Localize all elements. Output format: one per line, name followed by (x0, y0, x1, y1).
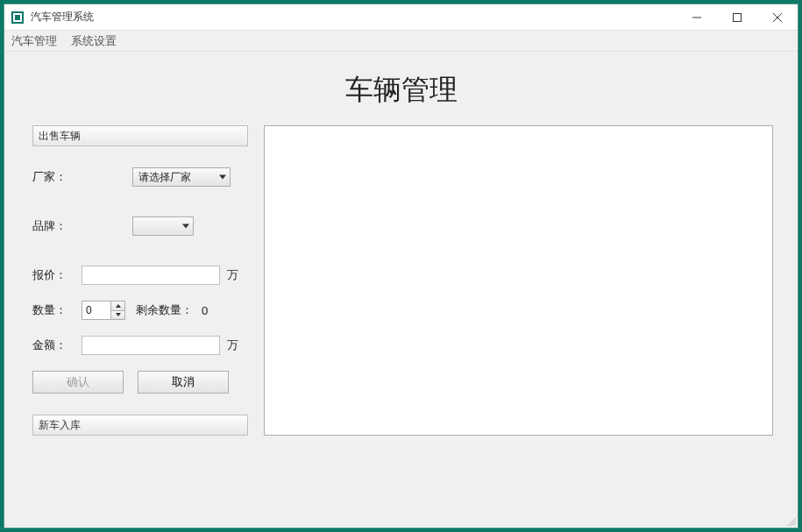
row-brand: 品牌： (32, 216, 248, 236)
titlebar: 汽车管理系统 (4, 4, 798, 31)
close-button[interactable] (757, 4, 798, 30)
maximize-button[interactable] (717, 4, 757, 30)
row-price: 报价： 万 (32, 266, 248, 285)
app-icon (11, 11, 24, 24)
quantity-stepper[interactable]: 0 (82, 301, 125, 320)
row-quantity: 数量： 0 剩余数量： 0 (32, 301, 248, 320)
resize-grip[interactable] (785, 515, 796, 526)
menubar: 汽车管理 系统设置 (4, 31, 798, 52)
spinner-buttons (110, 301, 124, 319)
left-column: 出售车辆 厂家： 请选择厂家 品牌： (32, 125, 248, 436)
window-title: 汽车管理系统 (31, 10, 677, 25)
chevron-up-icon (116, 304, 121, 308)
quantity-up-button[interactable] (111, 301, 124, 311)
svg-rect-1 (734, 13, 742, 21)
chevron-down-icon (116, 313, 121, 316)
amount-label: 金额： (32, 337, 82, 353)
brand-select[interactable] (132, 216, 194, 236)
button-row: 确认 取消 (32, 371, 248, 394)
price-input[interactable] (82, 266, 220, 285)
remaining-label: 剩余数量： (136, 302, 193, 318)
close-icon (773, 13, 782, 22)
menu-car-management[interactable]: 汽车管理 (11, 33, 57, 49)
remaining-value: 0 (202, 304, 208, 317)
quantity-down-button[interactable] (111, 311, 124, 320)
manufacturer-selected-value: 请选择厂家 (138, 170, 191, 185)
body-row: 出售车辆 厂家： 请选择厂家 品牌： (4, 125, 798, 455)
manufacturer-label: 厂家： (32, 169, 82, 185)
window-controls (677, 4, 798, 30)
quantity-label: 数量： (32, 302, 82, 318)
menu-system-settings[interactable]: 系统设置 (71, 33, 117, 49)
manufacturer-select[interactable]: 请选择厂家 (132, 167, 231, 187)
cancel-button[interactable]: 取消 (138, 371, 229, 394)
amount-input[interactable] (82, 336, 220, 355)
minimize-button[interactable] (677, 4, 717, 30)
section-newcar-header[interactable]: 新车入库 (32, 415, 248, 436)
price-unit: 万 (227, 267, 238, 283)
chevron-down-icon (219, 175, 226, 180)
row-manufacturer: 厂家： 请选择厂家 (32, 167, 248, 187)
page-title: 车辆管理 (4, 71, 798, 110)
minimize-icon (692, 13, 701, 22)
chevron-down-icon (182, 224, 189, 229)
content-area: 车辆管理 出售车辆 厂家： 请选择厂家 品牌： (4, 52, 798, 528)
app-window: 汽车管理系统 汽车管理 系统设置 车辆管理 出售车辆 厂家： (4, 4, 798, 528)
sell-form: 厂家： 请选择厂家 品牌： 报价： (32, 146, 248, 415)
quantity-value: 0 (86, 304, 92, 316)
price-label: 报价： (32, 267, 82, 283)
amount-unit: 万 (227, 337, 238, 353)
confirm-button[interactable]: 确认 (32, 371, 124, 394)
maximize-icon (733, 13, 742, 22)
section-sell-header[interactable]: 出售车辆 (32, 125, 248, 146)
detail-panel[interactable] (264, 125, 773, 436)
row-amount: 金额： 万 (32, 336, 248, 355)
brand-label: 品牌： (32, 218, 82, 234)
